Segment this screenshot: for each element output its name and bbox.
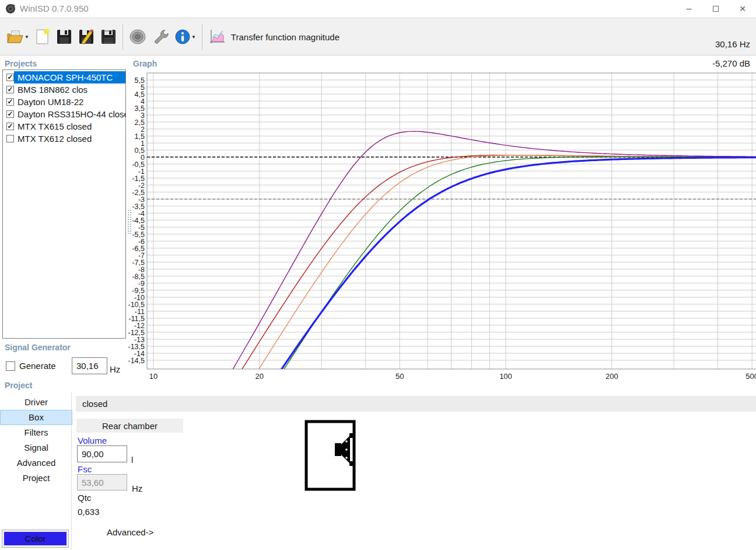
project-tab-list: Driver Box Filters Signal Advanced Proje… — [0, 395, 72, 486]
new-project-button[interactable] — [32, 23, 53, 50]
project-row[interactable]: ✓ MTX TX615 closed — [3, 120, 125, 133]
signal-generator-header: Signal Generator — [5, 343, 71, 352]
main-toolbar: ▼ — [0, 18, 756, 55]
maximize-button[interactable] — [702, 0, 729, 17]
close-button[interactable]: × — [729, 0, 756, 17]
project-checkbox[interactable]: ✓ — [6, 86, 14, 93]
rear-chamber-button[interactable]: Rear chamber — [76, 419, 183, 433]
project-row[interactable]: MTX TX612 closed — [3, 133, 125, 145]
project-row[interactable]: ✓ Dayton RSS315HO-44 close — [3, 108, 125, 120]
graph-type-label: Transfer function magnitude — [231, 32, 340, 42]
svg-text:50: 50 — [396, 372, 404, 380]
project-label[interactable]: MTX TX615 closed — [14, 120, 125, 133]
info-icon — [174, 29, 191, 45]
project-label[interactable]: Dayton RSS315HO-44 close — [14, 108, 125, 120]
maximize-icon — [713, 6, 719, 12]
volume-unit: l — [131, 455, 133, 465]
app-logo-icon — [5, 3, 16, 14]
cursor-level-readout: -5,270 dB — [712, 58, 750, 68]
project-checkbox[interactable]: ✓ — [6, 98, 14, 106]
project-checkbox[interactable]: ✓ — [6, 110, 14, 118]
fsc-unit: Hz — [132, 483, 142, 493]
floppy-save-icon — [56, 29, 72, 45]
svg-text:500: 500 — [746, 372, 756, 380]
save-as-button[interactable] — [75, 23, 97, 50]
svg-text:200: 200 — [606, 372, 618, 380]
project-label[interactable]: MTX TX612 closed — [14, 133, 125, 145]
floppy-edit-icon — [78, 29, 94, 45]
project-row[interactable]: ✓ BMS 18N862 clos — [3, 83, 125, 96]
toolbar-separator — [123, 24, 123, 50]
options-button[interactable] — [149, 23, 172, 50]
generate-label: Generate — [19, 361, 56, 371]
project-label[interactable]: Dayton UM18-22 — [14, 96, 125, 108]
minimize-button[interactable]: – — [676, 0, 702, 17]
fsc-label: Fsc — [78, 464, 92, 474]
generator-frequency-input[interactable] — [72, 357, 107, 374]
save-all-button[interactable] — [97, 23, 120, 50]
enclosure-diagram — [304, 419, 356, 492]
tab-project[interactable]: Project — [0, 471, 72, 486]
project-row[interactable]: ✓ MONACOR SPH-450TC — [3, 71, 125, 83]
advanced-link[interactable]: Advanced-> — [107, 527, 153, 537]
generate-checkbox[interactable] — [6, 361, 15, 371]
about-button[interactable]: ▼ — [172, 23, 199, 50]
project-section-header: Project — [5, 381, 32, 390]
project-checkbox[interactable]: ✓ — [6, 74, 14, 81]
cursor-frequency-readout: 30,16 Hz — [715, 39, 750, 49]
graph-type-selector[interactable]: Transfer function magnitude — [205, 23, 343, 50]
window-title: WinISD 0.7.0.950 — [20, 4, 89, 13]
project-label[interactable]: BMS 18N862 clos — [14, 83, 125, 96]
about-dropdown-caret-icon[interactable]: ▼ — [191, 34, 196, 40]
open-dropdown-caret-icon[interactable]: ▼ — [24, 34, 29, 40]
volume-input[interactable] — [77, 445, 127, 462]
project-checkbox[interactable] — [6, 135, 14, 142]
title-bar: WinISD 0.7.0.950 – × — [0, 0, 756, 17]
fsc-input — [77, 474, 127, 490]
curve-color-swatch: Color — [4, 532, 66, 545]
volume-label: Volume — [78, 436, 107, 445]
tab-signal[interactable]: Signal — [0, 440, 72, 455]
new-driver-button[interactable] — [126, 23, 149, 50]
project-label[interactable]: MONACOR SPH-450TC — [14, 71, 125, 83]
bottom-panel-divider — [71, 392, 72, 550]
open-folder-icon — [6, 29, 24, 44]
qtc-value: 0,633 — [78, 507, 100, 517]
toolbar-separator — [202, 24, 202, 50]
minimize-icon: – — [687, 4, 692, 14]
wrench-icon — [152, 29, 169, 45]
floppy-save-all-icon — [100, 29, 117, 45]
tab-driver[interactable]: Driver — [0, 395, 72, 410]
close-icon: × — [739, 2, 746, 15]
projects-header: Projects — [5, 59, 37, 68]
new-document-icon — [35, 29, 50, 45]
svg-text:10: 10 — [149, 372, 158, 380]
svg-text:20: 20 — [256, 372, 264, 380]
projects-list[interactable]: ✓ MONACOR SPH-450TC ✓ BMS 18N862 clos ✓ … — [2, 69, 126, 339]
open-project-button[interactable]: ▼ — [4, 23, 32, 50]
save-button[interactable] — [53, 23, 75, 50]
curve-color-button[interactable]: Color — [2, 530, 69, 548]
graph-header: Graph — [133, 59, 157, 68]
tab-advanced[interactable]: Advanced — [0, 455, 72, 471]
winisd-window: WinISD 0.7.0.950 – × ▼ — [0, 0, 756, 550]
tab-box[interactable]: Box — [0, 410, 72, 425]
svg-text:100: 100 — [499, 372, 512, 380]
project-checkbox[interactable]: ✓ — [6, 123, 14, 130]
svg-text:-14,5: -14,5 — [128, 357, 145, 365]
speaker-driver-icon — [129, 29, 146, 45]
box-type-bar[interactable]: closed — [76, 396, 756, 412]
tab-filters[interactable]: Filters — [0, 425, 72, 440]
generator-frequency-unit: Hz — [110, 364, 120, 374]
qtc-label: Qtc — [78, 493, 91, 503]
transfer-function-plot[interactable]: 5,554,543,532,521,510,50-0,5-1-1,5-2-2,5… — [127, 69, 756, 380]
chart-type-icon — [209, 29, 225, 45]
project-row[interactable]: ✓ Dayton UM18-22 — [3, 96, 125, 108]
